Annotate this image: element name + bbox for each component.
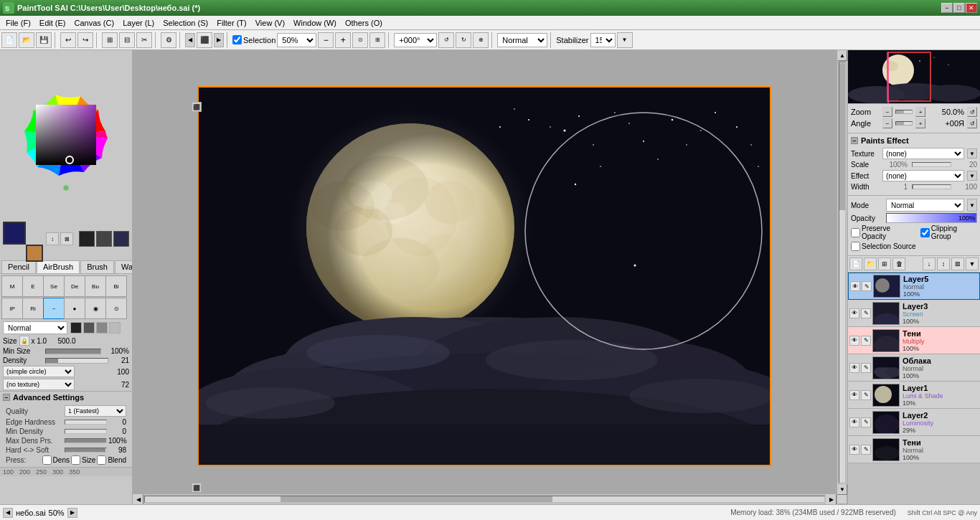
menu-window[interactable]: Window (W) xyxy=(289,18,341,28)
color-btn-2[interactable] xyxy=(83,322,95,334)
tab-brush[interactable]: Brush xyxy=(80,260,114,273)
tool-airbrush-soft[interactable]: ~ xyxy=(43,298,65,319)
restore-btn[interactable]: □ xyxy=(953,3,965,13)
layer-copy-btn[interactable]: ⊞ xyxy=(878,257,891,270)
canvas-tl-btn[interactable]: ⬛ xyxy=(192,102,202,112)
tab-airbrush[interactable]: AirBrush xyxy=(37,260,80,273)
tb-new[interactable]: 📄 xyxy=(1,32,17,48)
layer-item-teni2[interactable]: 👁 ✎ Тени Normal 100% xyxy=(848,436,980,463)
menu-selection[interactable]: Selection (S) xyxy=(159,18,212,28)
edge-hardness-bar[interactable] xyxy=(65,420,107,425)
zoom-combo[interactable]: 50%25%100% xyxy=(277,33,316,47)
shape-select[interactable]: (simple circle) xyxy=(3,366,75,377)
tb-rotate-cw[interactable]: ↻ xyxy=(456,32,471,48)
layer-item-teni1[interactable]: 👁 ✎ Тени Multiply 100% xyxy=(848,327,980,354)
color-btn-1[interactable] xyxy=(70,322,82,334)
selection-source-check[interactable]: Selection Source xyxy=(851,242,916,251)
tb-zoom-100[interactable]: ⊙ xyxy=(352,32,368,48)
layer1-eye[interactable]: 👁 xyxy=(849,390,859,400)
hard-soft-bar[interactable] xyxy=(65,448,107,453)
scale-slider[interactable] xyxy=(912,162,951,167)
dens-checkbox[interactable] xyxy=(42,455,52,465)
max-dens-bar[interactable] xyxy=(65,438,107,443)
h-scroll-track[interactable] xyxy=(144,496,825,503)
zoom-slider[interactable] xyxy=(895,110,913,114)
stabilizer-combo[interactable]: 150510 xyxy=(590,33,616,47)
zoom-plus[interactable]: + xyxy=(915,107,925,117)
tb-redo[interactable]: ↪ xyxy=(77,32,93,48)
blend-checkbox[interactable] xyxy=(97,455,106,465)
h-scroll-right[interactable]: ▶ xyxy=(826,494,837,505)
tool-marker[interactable]: M xyxy=(1,275,23,297)
angle-slider[interactable] xyxy=(895,121,913,126)
switch-colors-btn[interactable]: ↕ xyxy=(46,232,59,245)
tb-zoom-out[interactable]: − xyxy=(318,32,334,48)
tb-rotate-ccw[interactable]: ↺ xyxy=(438,32,454,48)
tb-zoom-in[interactable]: + xyxy=(335,32,351,48)
layer-merge-visible-btn[interactable]: ↕ xyxy=(937,257,950,270)
minimize-btn[interactable]: − xyxy=(941,3,953,13)
h-scroll-left[interactable]: ◀ xyxy=(133,494,143,505)
layer-mode-combo[interactable]: NormalMultiplyScreen xyxy=(886,199,964,212)
status-next-btn[interactable]: ▶ xyxy=(67,508,77,518)
quality-select[interactable]: 1 (Fastest) xyxy=(65,405,126,417)
clipping-group-checkbox[interactable] xyxy=(920,228,930,237)
layer5-lock[interactable]: ✎ xyxy=(862,281,872,291)
size-checkbox[interactable] xyxy=(71,455,80,465)
size-lock-btn[interactable]: 🔒 xyxy=(19,336,29,346)
drawing-canvas[interactable] xyxy=(197,86,771,466)
tab-pencil[interactable]: Pencil xyxy=(1,260,36,273)
angle-combo[interactable]: +000° xyxy=(394,33,437,47)
preserve-opacity-checkbox[interactable] xyxy=(851,228,860,237)
menu-others[interactable]: Others (O) xyxy=(341,18,387,28)
layer-item-layer2[interactable]: 👁 ✎ Layer2 Luminosity 29% xyxy=(848,409,980,436)
dark-swatch[interactable] xyxy=(113,231,129,247)
layer3-eye[interactable]: 👁 xyxy=(849,308,859,318)
preserve-opacity-check[interactable]: Preserve Opacity xyxy=(851,224,915,240)
teni1-eye[interactable]: 👁 xyxy=(849,336,859,346)
teni1-lock[interactable]: ✎ xyxy=(861,336,871,346)
paints-toggle[interactable]: − xyxy=(851,137,858,144)
v-scroll-thumb[interactable] xyxy=(839,63,845,210)
menu-layer[interactable]: Layer (L) xyxy=(118,18,159,28)
menu-view[interactable]: View (V) xyxy=(251,18,289,28)
clipping-group-check[interactable]: Clipping Group xyxy=(920,224,977,240)
menu-canvas[interactable]: Canvas (C) xyxy=(70,18,119,28)
zoom-reset[interactable]: ↺ xyxy=(967,107,977,117)
tool-deselect[interactable]: De xyxy=(64,275,85,297)
tool-eraser[interactable]: E xyxy=(22,275,44,297)
main-color[interactable] xyxy=(3,222,26,245)
layer5-eye[interactable]: 👁 xyxy=(850,281,860,291)
menu-file[interactable]: File (F) xyxy=(1,18,35,28)
color-wheel[interactable] xyxy=(9,77,123,192)
oblaka-eye[interactable]: 👁 xyxy=(849,363,859,373)
layer3-lock[interactable]: ✎ xyxy=(861,308,871,318)
selection-source-checkbox[interactable] xyxy=(851,242,860,251)
layer-new-btn[interactable]: 📄 xyxy=(849,257,862,270)
tool-airbrush-4[interactable]: ⊙ xyxy=(105,298,127,319)
tb-copy[interactable]: ⊞ xyxy=(102,32,118,48)
canvas-br-btn[interactable] xyxy=(837,493,847,504)
tool-airbrush-hard[interactable]: ● xyxy=(64,298,85,319)
layer-merge-all-btn[interactable]: ⊠ xyxy=(951,257,964,270)
selection-checkbox[interactable] xyxy=(232,35,242,44)
density-slider[interactable] xyxy=(45,358,108,364)
menu-edit[interactable]: Edit (E) xyxy=(35,18,70,28)
layer-item-oblaka[interactable]: 👁 ✎ Облака Normal 100% xyxy=(848,354,980,382)
tb-zoom-fit[interactable]: ⬛ xyxy=(197,32,212,48)
tb-reset-angle[interactable]: ⊕ xyxy=(473,32,489,48)
angle-minus[interactable]: − xyxy=(882,118,892,128)
mode-dropdown-btn[interactable]: ▼ xyxy=(967,199,977,212)
black-swatch[interactable] xyxy=(79,231,95,247)
tb-canvas-settings[interactable]: ⚙ xyxy=(161,32,176,48)
tab-water[interactable]: Water xyxy=(115,260,133,273)
close-btn[interactable]: ✕ xyxy=(966,3,977,13)
layer-new-folder-btn[interactable]: 📁 xyxy=(864,257,877,270)
mode-combo-toolbar[interactable]: Normal xyxy=(497,33,547,47)
layer-item-layer5[interactable]: 👁 ✎ Layer5 Normal 100% xyxy=(848,273,980,300)
layer-scroll-btn[interactable]: ▼ xyxy=(966,257,979,270)
angle-reset[interactable]: ↺ xyxy=(967,118,977,128)
tb-stabilizer-settings[interactable]: ▼ xyxy=(617,32,633,48)
tb-scroll-left[interactable]: ◀ xyxy=(185,33,195,47)
canvas-bl-btn[interactable]: ⬛ xyxy=(192,483,202,493)
